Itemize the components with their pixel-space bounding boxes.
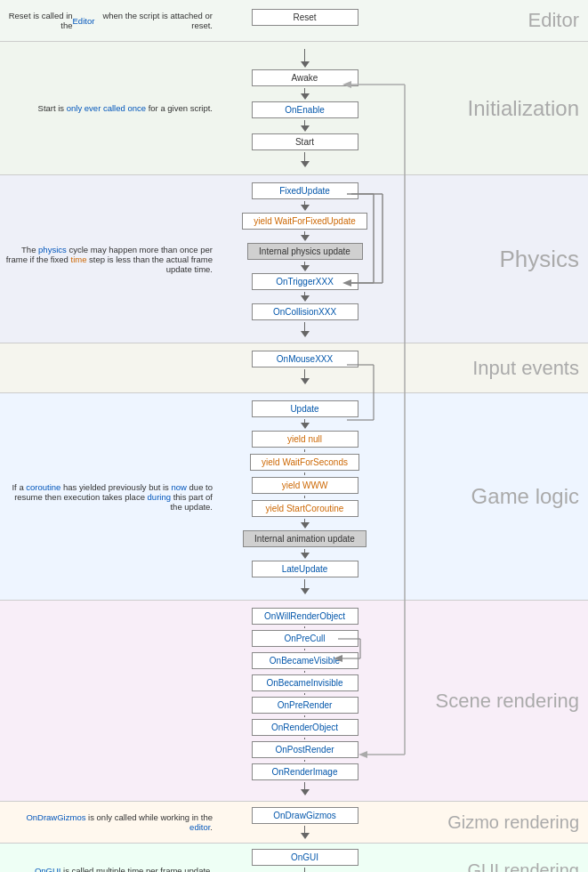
- awake-box: Awake: [252, 69, 358, 86]
- physics-flow: FixedUpdate yield WaitForFixedUpdate Int…: [218, 175, 391, 343]
- physics-section: The physics cycle may happen more than o…: [0, 175, 588, 343]
- internal-animation-box: Internal animation update: [243, 530, 366, 547]
- physics-annotation: The physics cycle may happen more than o…: [0, 175, 218, 343]
- oncollisionxxx-box: OnCollisionXXX: [252, 303, 358, 320]
- gizmo-annotation: OnDrawGizmos is only called while workin…: [0, 802, 218, 843]
- onrenderobject-box: OnRenderObject: [252, 719, 358, 736]
- init-label: Initialization: [391, 42, 588, 174]
- game-section: If a coroutine has yielded previously bu…: [0, 393, 588, 601]
- game-label: Game logic: [391, 393, 588, 600]
- gui-section: OnGUI is called multiple time per frame …: [0, 844, 588, 872]
- onmousexxx-box: OnMouseXXX: [252, 351, 358, 367]
- input-section: OnMouseXXX Input events: [0, 343, 588, 393]
- onprecull-box: OnPreCull: [252, 630, 358, 647]
- onbecameinvisible-box: OnBecameInvisible: [252, 674, 358, 691]
- onwillrenderobject-box: OnWillRenderObject: [252, 608, 358, 625]
- gizmo-flow: OnDrawGizmos: [218, 802, 391, 843]
- input-label: Input events: [391, 343, 588, 392]
- gui-annotation: OnGUI is called multiple time per frame …: [0, 844, 218, 872]
- start-box: Start: [252, 133, 358, 150]
- onpostrender-box: OnPostRender: [252, 741, 358, 758]
- init-section: Start is only ever called once for a giv…: [0, 42, 588, 175]
- onrenderimage-box: OnRenderImage: [252, 763, 358, 780]
- ondrawgizmos-box: OnDrawGizmos: [252, 807, 358, 824]
- scene-section: OnWillRenderObject OnPreCull OnBecameVis…: [0, 601, 588, 802]
- update-box: Update: [252, 400, 358, 417]
- yield-startcoroutine-box: yield StartCoroutine: [252, 500, 358, 517]
- editor-label: Editor: [391, 7, 588, 34]
- reset-box: Reset: [252, 9, 358, 26]
- editor-flow: Reset: [218, 7, 391, 34]
- fixedupdate-box: FixedUpdate: [252, 182, 358, 199]
- gui-label: GUI rendering: [391, 844, 588, 872]
- game-flow: Update yield null yield WaitForSeconds y…: [218, 393, 391, 600]
- gizmo-section: OnDrawGizmos is only called while workin…: [0, 802, 588, 844]
- editor-annotation: Reset is called in the Editor when the s…: [0, 7, 218, 34]
- init-annotation: Start is only ever called once for a giv…: [0, 42, 218, 174]
- main-page: Reset is called in the Editor when the s…: [0, 0, 588, 872]
- init-flow: Awake OnEnable Start: [218, 42, 391, 174]
- gui-flow: OnGUI: [218, 844, 391, 872]
- ontriggerxxx-box: OnTriggerXXX: [252, 273, 358, 290]
- onenable-init-box: OnEnable: [252, 101, 358, 118]
- yield-waitforfixedupdate-box: yield WaitForFixedUpdate: [242, 213, 367, 230]
- lateupdate-box: LateUpdate: [252, 561, 358, 577]
- physics-label: Physics: [391, 175, 588, 343]
- gizmo-label: Gizmo rendering: [391, 802, 588, 843]
- input-flow: OnMouseXXX: [218, 343, 391, 392]
- onprerender-box: OnPreRender: [252, 697, 358, 714]
- scene-annotation: [0, 601, 218, 801]
- yield-null-box: yield null: [252, 431, 358, 448]
- onbecamevisible-box: OnBecameVisible: [252, 652, 358, 669]
- yield-www-box: yield WWW: [252, 477, 358, 494]
- input-annotation: [0, 343, 218, 392]
- internal-physics-box: Internal physics update: [247, 243, 363, 260]
- scene-flow: OnWillRenderObject OnPreCull OnBecameVis…: [218, 601, 391, 801]
- yield-waitforseconds-box: yield WaitForSeconds: [250, 454, 359, 471]
- game-annotation: If a coroutine has yielded previously bu…: [0, 393, 218, 600]
- editor-section: Reset is called in the Editor when the s…: [0, 0, 588, 42]
- scene-label: Scene rendering: [391, 601, 588, 801]
- ongui-box: OnGUI: [252, 849, 358, 866]
